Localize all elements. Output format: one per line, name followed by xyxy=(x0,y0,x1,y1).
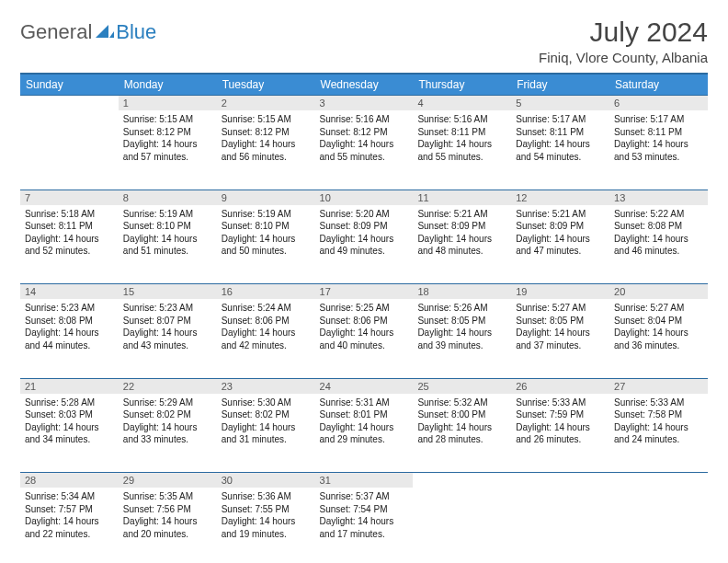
day-number: 10 xyxy=(315,190,414,205)
daylight-text: Daylight: 14 hours and 29 minutes. xyxy=(320,421,409,446)
week-number-row: 28293031 xyxy=(20,473,708,488)
sunrise-text: Sunrise: 5:30 AM xyxy=(222,396,311,409)
sunrise-text: Sunrise: 5:21 AM xyxy=(417,208,506,221)
day-cell: Sunrise: 5:31 AMSunset: 8:01 PMDaylight:… xyxy=(315,394,414,473)
day-header: Tuesday xyxy=(217,74,315,96)
daylight-text: Daylight: 14 hours and 36 minutes. xyxy=(614,327,703,351)
day-number: 13 xyxy=(609,190,708,205)
daylight-text: Daylight: 14 hours and 26 minutes. xyxy=(516,421,605,446)
day-cell: Sunrise: 5:21 AMSunset: 8:09 PMDaylight:… xyxy=(511,205,609,284)
sunset-text: Sunset: 8:08 PM xyxy=(25,315,114,327)
day-header: Wednesday xyxy=(315,74,414,96)
day-number: 1 xyxy=(119,96,217,110)
sunrise-text: Sunrise: 5:19 AM xyxy=(123,208,212,221)
daylight-text: Daylight: 14 hours and 17 minutes. xyxy=(320,515,409,540)
week-content-row: Sunrise: 5:34 AMSunset: 7:57 PMDaylight:… xyxy=(20,488,708,563)
sunrise-text: Sunrise: 5:17 AM xyxy=(516,113,605,126)
daylight-text: Daylight: 14 hours and 52 minutes. xyxy=(25,233,114,258)
sunset-text: Sunset: 8:09 PM xyxy=(516,220,605,233)
sunrise-text: Sunrise: 5:24 AM xyxy=(222,302,311,315)
day-cell: Sunrise: 5:33 AMSunset: 7:58 PMDaylight:… xyxy=(609,394,708,473)
daylight-text: Daylight: 14 hours and 50 minutes. xyxy=(222,233,311,258)
day-number xyxy=(511,473,609,477)
day-header: Thursday xyxy=(413,74,511,96)
day-cell: Sunrise: 5:18 AMSunset: 8:11 PMDaylight:… xyxy=(20,205,119,284)
day-cell: Sunrise: 5:37 AMSunset: 7:54 PMDaylight:… xyxy=(315,488,414,563)
week-content-row: Sunrise: 5:18 AMSunset: 8:11 PMDaylight:… xyxy=(20,205,708,284)
day-header: Monday xyxy=(119,74,217,96)
day-cell xyxy=(511,488,609,563)
day-cell: Sunrise: 5:17 AMSunset: 8:11 PMDaylight:… xyxy=(609,110,708,190)
sunrise-text: Sunrise: 5:33 AM xyxy=(614,396,703,409)
sunset-text: Sunset: 7:54 PM xyxy=(320,503,409,516)
day-cell: Sunrise: 5:29 AMSunset: 8:02 PMDaylight:… xyxy=(119,394,217,473)
day-number: 11 xyxy=(413,190,511,205)
week-content-row: Sunrise: 5:23 AMSunset: 8:08 PMDaylight:… xyxy=(20,299,708,378)
daylight-text: Daylight: 14 hours and 48 minutes. xyxy=(417,233,506,258)
day-number: 23 xyxy=(217,379,315,394)
sunset-text: Sunset: 8:12 PM xyxy=(222,126,311,139)
day-number: 7 xyxy=(20,190,119,205)
daylight-text: Daylight: 14 hours and 39 minutes. xyxy=(417,327,506,351)
sunset-text: Sunset: 7:56 PM xyxy=(123,503,212,516)
sunrise-text: Sunrise: 5:16 AM xyxy=(417,113,506,126)
sunset-text: Sunset: 8:01 PM xyxy=(320,408,409,421)
day-number: 26 xyxy=(511,379,609,394)
day-header: Saturday xyxy=(609,74,708,96)
sunset-text: Sunset: 8:11 PM xyxy=(25,220,114,233)
day-cell: Sunrise: 5:19 AMSunset: 8:10 PMDaylight:… xyxy=(119,205,217,284)
day-number: 2 xyxy=(217,96,315,110)
daylight-text: Daylight: 14 hours and 31 minutes. xyxy=(222,421,311,446)
day-cell: Sunrise: 5:27 AMSunset: 8:04 PMDaylight:… xyxy=(609,299,708,378)
day-number: 20 xyxy=(609,284,708,299)
logo-sail-icon xyxy=(96,23,114,43)
sunset-text: Sunset: 8:09 PM xyxy=(320,220,409,233)
location-text: Finiq, Vlore County, Albania xyxy=(539,50,708,65)
title-block: July 2024 Finiq, Vlore County, Albania xyxy=(539,17,708,65)
sunset-text: Sunset: 8:05 PM xyxy=(417,315,506,327)
logo: General Blue xyxy=(20,20,156,44)
sunset-text: Sunset: 7:58 PM xyxy=(614,408,703,421)
day-cell: Sunrise: 5:15 AMSunset: 8:12 PMDaylight:… xyxy=(217,110,315,190)
week-number-row: 123456 xyxy=(20,96,708,111)
day-number xyxy=(609,473,708,477)
daylight-text: Daylight: 14 hours and 33 minutes. xyxy=(123,421,212,446)
sunset-text: Sunset: 8:11 PM xyxy=(614,126,703,139)
day-number: 3 xyxy=(315,96,414,110)
calendar-table: SundayMondayTuesdayWednesdayThursdayFrid… xyxy=(20,73,708,563)
sunrise-text: Sunrise: 5:15 AM xyxy=(222,113,311,126)
day-cell: Sunrise: 5:35 AMSunset: 7:56 PMDaylight:… xyxy=(119,488,217,563)
daylight-text: Daylight: 14 hours and 42 minutes. xyxy=(222,327,311,351)
sunrise-text: Sunrise: 5:20 AM xyxy=(320,208,409,221)
day-cell: Sunrise: 5:23 AMSunset: 8:07 PMDaylight:… xyxy=(119,299,217,378)
day-cell: Sunrise: 5:16 AMSunset: 8:12 PMDaylight:… xyxy=(315,110,414,190)
sunrise-text: Sunrise: 5:21 AM xyxy=(516,208,605,221)
daylight-text: Daylight: 14 hours and 34 minutes. xyxy=(25,421,114,446)
daylight-text: Daylight: 14 hours and 55 minutes. xyxy=(417,138,506,163)
daylight-text: Daylight: 14 hours and 44 minutes. xyxy=(25,327,114,351)
day-number: 4 xyxy=(413,96,511,110)
day-number: 22 xyxy=(119,379,217,394)
week-number-row: 21222324252627 xyxy=(20,378,708,394)
sunrise-text: Sunrise: 5:23 AM xyxy=(123,302,212,315)
sunset-text: Sunset: 8:04 PM xyxy=(614,315,703,327)
daylight-text: Daylight: 14 hours and 56 minutes. xyxy=(222,138,311,163)
daylight-text: Daylight: 14 hours and 49 minutes. xyxy=(320,233,409,258)
sunrise-text: Sunrise: 5:17 AM xyxy=(614,113,703,126)
calendar-header-row: SundayMondayTuesdayWednesdayThursdayFrid… xyxy=(20,74,708,96)
sunset-text: Sunset: 8:11 PM xyxy=(417,126,506,139)
daylight-text: Daylight: 14 hours and 22 minutes. xyxy=(25,515,114,540)
sunrise-text: Sunrise: 5:26 AM xyxy=(417,302,506,315)
day-number: 5 xyxy=(511,96,609,110)
day-cell: Sunrise: 5:17 AMSunset: 8:11 PMDaylight:… xyxy=(511,110,609,190)
week-content-row: Sunrise: 5:15 AMSunset: 8:12 PMDaylight:… xyxy=(20,110,708,190)
sunset-text: Sunset: 8:08 PM xyxy=(614,220,703,233)
day-cell xyxy=(20,110,119,190)
daylight-text: Daylight: 14 hours and 43 minutes. xyxy=(123,327,212,351)
day-number: 29 xyxy=(119,473,217,488)
sunset-text: Sunset: 7:57 PM xyxy=(25,503,114,516)
day-number xyxy=(20,96,119,99)
daylight-text: Daylight: 14 hours and 40 minutes. xyxy=(320,327,409,351)
sunrise-text: Sunrise: 5:29 AM xyxy=(123,396,212,409)
day-cell: Sunrise: 5:36 AMSunset: 7:55 PMDaylight:… xyxy=(217,488,315,563)
